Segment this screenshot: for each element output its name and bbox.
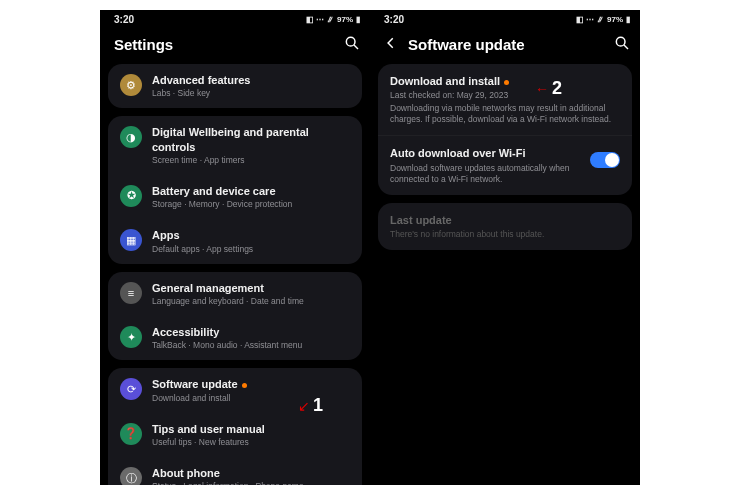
row-title: General management [152,281,350,295]
svg-line-3 [624,45,628,49]
settings-tips[interactable]: ❓Tips and user manualUseful tips · New f… [108,413,362,457]
row-title: Software update [152,377,350,391]
last-update-desc: There's no information about this update… [390,229,620,240]
download-and-install[interactable]: Download and install Last checked on: Ma… [378,64,632,135]
auto-download-toggle[interactable] [590,152,620,168]
settings-battery-care-icon: ✪ [120,185,142,207]
row-subtitle: Download and install [152,393,350,404]
battery-icon: ▮ [356,15,360,24]
settings-group: ◑Digital Wellbeing and parental controls… [108,116,362,263]
settings-about-phone[interactable]: ⓘAbout phoneStatus · Legal information ·… [108,457,362,485]
status-icons: ◧ ⋯ ⫽ [576,15,604,24]
status-icons: ◧ ⋯ ⫽ [306,15,334,24]
settings-advanced-features-icon: ⚙ [120,74,142,96]
row-subtitle: Storage · Memory · Device protection [152,199,350,210]
auto-download-row[interactable]: Auto download over Wi-Fi Download softwa… [378,135,632,194]
settings-tips-icon: ❓ [120,423,142,445]
row-subtitle: Language and keyboard · Date and time [152,296,350,307]
settings-software-update[interactable]: ⟳Software updateDownload and install [108,368,362,412]
row-title: Accessibility [152,325,350,339]
settings-about-phone-icon: ⓘ [120,467,142,485]
page-title: Settings [114,36,344,53]
row-title: Digital Wellbeing and parental controls [152,125,350,154]
settings-battery-care[interactable]: ✪Battery and device careStorage · Memory… [108,175,362,219]
status-battery: 97% [337,15,353,24]
row-title: Battery and device care [152,184,350,198]
update-card: Download and install Last checked on: Ma… [378,64,632,195]
row-subtitle: TalkBack · Mono audio · Assistant menu [152,340,350,351]
back-icon[interactable] [384,36,398,53]
phone-settings: 3:20 ◧ ⋯ ⫽ 97% ▮ Settings ⚙Advanced feat… [100,10,370,485]
last-update: Last update There's no information about… [378,203,632,250]
svg-point-0 [346,37,355,46]
page-title: Software update [408,36,614,53]
row-subtitle: Status · Legal information · Phone name [152,481,350,485]
svg-line-1 [354,45,358,49]
settings-accessibility[interactable]: ✦AccessibilityTalkBack · Mono audio · As… [108,316,362,360]
status-bar: 3:20 ◧ ⋯ ⫽ 97% ▮ [370,10,640,27]
status-bar: 3:20 ◧ ⋯ ⫽ 97% ▮ [100,10,370,27]
settings-general-management-icon: ≡ [120,282,142,304]
row-subtitle: Screen time · App timers [152,155,350,166]
status-time: 3:20 [384,14,404,25]
download-last-checked: Last checked on: May 29, 2023 [390,90,620,101]
status-battery: 97% [607,15,623,24]
settings-group: ≡General managementLanguage and keyboard… [108,272,362,361]
row-subtitle: Useful tips · New features [152,437,350,448]
phone-software-update: 3:20 ◧ ⋯ ⫽ 97% ▮ Software update Downloa… [370,10,640,485]
settings-group: ⟳Software updateDownload and install❓Tip… [108,368,362,485]
download-warning: Downloading via mobile networks may resu… [390,103,620,125]
settings-group: ⚙Advanced featuresLabs · Side key [108,64,362,108]
settings-software-update-icon: ⟳ [120,378,142,400]
auto-download-desc: Download software updates automatically … [390,163,580,185]
battery-icon: ▮ [626,15,630,24]
row-title: Apps [152,228,350,242]
settings-apps-icon: ▦ [120,229,142,251]
search-icon[interactable] [344,35,360,54]
header: Settings [100,27,370,64]
settings-apps[interactable]: ▦AppsDefault apps · App settings [108,219,362,263]
row-title: Tips and user manual [152,422,350,436]
settings-digital-wellbeing-icon: ◑ [120,126,142,148]
search-icon[interactable] [614,35,630,54]
svg-point-2 [616,37,625,46]
download-title: Download and install [390,75,500,87]
settings-general-management[interactable]: ≡General managementLanguage and keyboard… [108,272,362,316]
status-time: 3:20 [114,14,134,25]
last-update-title: Last update [390,213,620,227]
update-dot-icon [504,80,509,85]
settings-digital-wellbeing[interactable]: ◑Digital Wellbeing and parental controls… [108,116,362,175]
row-subtitle: Default apps · App settings [152,244,350,255]
last-update-card: Last update There's no information about… [378,203,632,250]
row-title: About phone [152,466,350,480]
settings-accessibility-icon: ✦ [120,326,142,348]
update-dot-icon [242,383,247,388]
header: Software update [370,27,640,64]
row-subtitle: Labs · Side key [152,88,350,99]
settings-advanced-features[interactable]: ⚙Advanced featuresLabs · Side key [108,64,362,108]
auto-download-title: Auto download over Wi-Fi [390,146,580,160]
row-title: Advanced features [152,73,350,87]
